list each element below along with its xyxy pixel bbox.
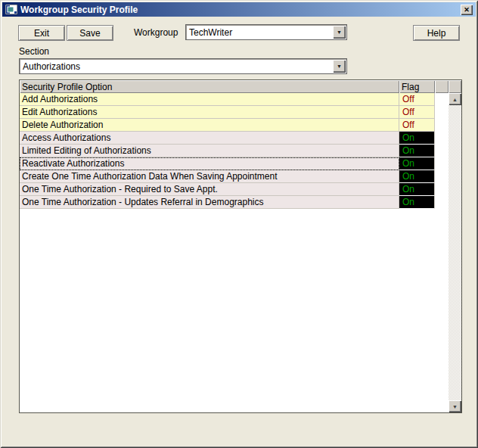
flag-cell[interactable]: On	[399, 170, 435, 183]
section-value: Authorizations	[23, 59, 80, 73]
option-cell[interactable]: One Time Authorization - Required to Sav…	[20, 183, 399, 196]
option-cell[interactable]: Delete Authorization	[20, 119, 399, 132]
close-icon[interactable]: ✕	[461, 5, 473, 15]
row-filler	[435, 183, 449, 196]
workgroup-security-profile-window: Workgroup Security Profile ✕ Exit Save W…	[0, 0, 478, 448]
row-filler	[435, 106, 449, 119]
option-cell[interactable]: Edit Authorizations	[20, 106, 399, 119]
flag-cell[interactable]: On	[399, 157, 435, 170]
column-header-spacer	[435, 80, 449, 93]
column-header-option: Security Profile Option	[20, 80, 399, 93]
flag-cell[interactable]: Off	[399, 119, 435, 132]
column-header-flag: Flag	[399, 80, 435, 93]
row-filler	[435, 93, 449, 106]
grid-header: Security Profile Option Flag	[20, 80, 461, 93]
table-row[interactable]: Reactivate Authorizations On	[20, 157, 449, 170]
row-filler	[435, 145, 449, 157]
chevron-down-icon[interactable]: ▼	[333, 26, 346, 39]
help-button[interactable]: Help	[413, 25, 460, 41]
option-cell[interactable]: Access Authorizations	[20, 132, 399, 145]
scroll-down-icon[interactable]: ▼	[449, 400, 461, 412]
table-row[interactable]: Edit Authorizations Off	[20, 106, 449, 119]
row-filler	[435, 132, 449, 145]
table-row[interactable]: One Time Authorization - Updates Referra…	[20, 196, 449, 209]
row-filler	[435, 196, 449, 209]
table-row[interactable]: Limited Editing of Authorizations On	[20, 145, 449, 157]
row-filler	[435, 170, 449, 183]
table-row[interactable]: Access Authorizations On	[20, 132, 449, 145]
option-cell[interactable]: One Time Authorization - Updates Referra…	[20, 196, 399, 209]
app-icon	[5, 5, 17, 14]
flag-cell[interactable]: On	[399, 132, 435, 145]
row-filler	[435, 157, 449, 170]
title-bar[interactable]: Workgroup Security Profile ✕	[2, 2, 476, 17]
window-title: Workgroup Security Profile	[20, 5, 461, 15]
flag-cell[interactable]: Off	[399, 93, 435, 106]
flag-cell[interactable]: On	[399, 196, 435, 209]
vertical-scrollbar[interactable]: ▲ ▼	[449, 93, 461, 412]
option-cell[interactable]: Limited Editing of Authorizations	[20, 145, 399, 157]
table-row[interactable]: Delete Authorization Off	[20, 119, 449, 132]
workgroup-label: Workgroup	[134, 27, 178, 38]
option-cell[interactable]: Create One Time Authorization Data When …	[20, 170, 399, 183]
save-button[interactable]: Save	[67, 25, 113, 41]
workgroup-select[interactable]: TechWriter ▼	[185, 24, 347, 40]
section-select[interactable]: Authorizations ▼	[19, 58, 347, 74]
table-row[interactable]: Add Authorizations Off	[20, 93, 449, 106]
workgroup-value: TechWriter	[189, 25, 232, 39]
flag-cell[interactable]: On	[399, 183, 435, 196]
row-filler	[435, 119, 449, 132]
scroll-up-icon[interactable]: ▲	[449, 93, 461, 105]
table-row[interactable]: Create One Time Authorization Data When …	[20, 170, 449, 183]
option-cell[interactable]: Add Authorizations	[20, 93, 399, 106]
flag-cell[interactable]: Off	[399, 106, 435, 119]
chevron-down-icon[interactable]: ▼	[333, 60, 346, 73]
column-header-scroll-corner	[449, 80, 461, 93]
flag-cell[interactable]: On	[399, 145, 435, 157]
section-label: Section	[19, 46, 49, 57]
security-profile-grid: Security Profile Option Flag Add Authori…	[19, 79, 462, 413]
option-cell[interactable]: Reactivate Authorizations	[20, 157, 399, 170]
exit-button[interactable]: Exit	[18, 25, 65, 41]
table-row[interactable]: One Time Authorization - Required to Sav…	[20, 183, 449, 196]
grid-body: Add Authorizations Off Edit Authorizatio…	[20, 93, 449, 209]
